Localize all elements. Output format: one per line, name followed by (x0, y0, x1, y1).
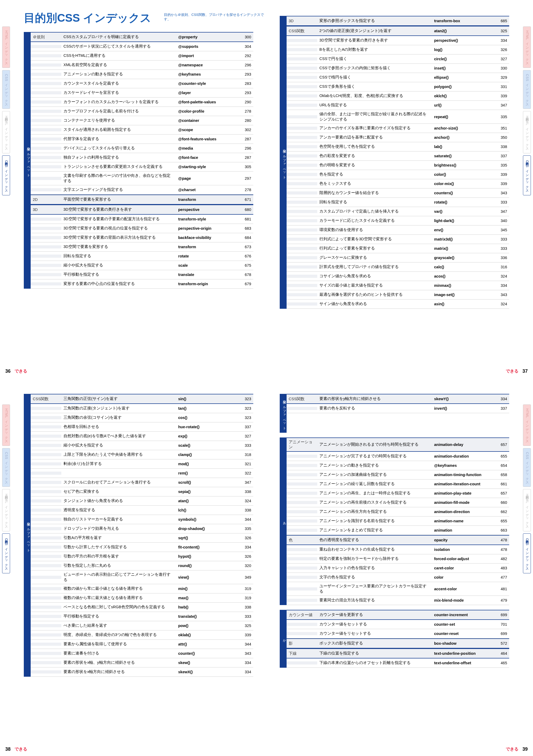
table-row: デバイスによってスタイルを切り替える@media296 (31, 144, 253, 153)
property-cell: counter-increment (432, 611, 491, 619)
table-row: CSSで円を描くcircle()327 (287, 54, 509, 64)
table-row: 色を指定するcolor()339 (287, 170, 509, 179)
table-row: 2D平面空間で要素を変形するtransform671 (31, 195, 253, 204)
table-row: アニメーションを識別する名前を指定するanimation-name655 (287, 517, 509, 526)
tab-mcss[interactable]: 目的別CSSインデックス (523, 155, 531, 195)
page-37: HTMLインデックス CSSインデックス 目的別HTMLインデックス 目的別CS… (266, 0, 533, 378)
property-cell: rotate (176, 253, 235, 260)
property-cell: @namespace (176, 61, 235, 69)
category-cell (31, 462, 61, 466)
description-cell: 3D空間で変形する要素の子要素の配置方法を指定する (61, 215, 176, 223)
tab-mhtml[interactable]: 目的別HTMLインデックス (2, 111, 10, 153)
table-row: ドロップシャドウ効果を与えるdrop-shadow()335 (31, 524, 253, 533)
description-cell: スクロールに合わせてアニメーションを進行する (61, 478, 176, 487)
page-ref-cell: 481 (491, 585, 509, 593)
description-cell: 回転を指定する (61, 252, 176, 260)
category-cell (287, 557, 317, 560)
tab-css[interactable]: CSSインデックス (523, 448, 531, 487)
description-cell: 平行移動を指定する (61, 270, 176, 279)
category-cell (31, 100, 61, 104)
description-cell: 自然対数の底(e)を引数Aでべき乗した値を返す (61, 432, 176, 440)
page-36: HTMLインデックス CSSインデックス 目的別HTMLインデックス 目的別CS… (0, 0, 266, 378)
category-cell (287, 464, 317, 467)
property-cell: invert() (432, 405, 491, 412)
tab-html[interactable]: HTMLインデックス (2, 26, 10, 68)
description-cell: べき乗にした結果を返す (61, 621, 176, 630)
table-row: CSSのサポート状況に応じてスタイルを適用する@supports304 (31, 42, 253, 51)
table-row: カウンタースタイルを定義する@counter-style283 (31, 79, 253, 88)
category-cell (31, 54, 61, 57)
tab-mcss[interactable]: 目的別CSSインデックス (2, 155, 10, 195)
description-cell: CSSで楕円を描く (317, 73, 432, 82)
table-row: スクロールに合わせてアニメーションを進行するscroll()347 (31, 478, 253, 487)
property-cell: animation-timing-function (432, 471, 491, 478)
tab-mhtml[interactable]: 目的別HTMLインデックス (523, 111, 531, 153)
index-table: CSS関数三角関数の正弦(サイン)を返すsin()323三角関数の正接(タンジェ… (31, 394, 253, 677)
category-cell (287, 293, 317, 296)
table-row: OklabをLCH(明度、彩度、色相)形式に変換するoklch()339 (287, 92, 509, 101)
index-table: 記号・アルファベットCSS関数要素の形状をy軸方向に傾斜させるskewY()33… (280, 394, 509, 668)
category-cell (287, 229, 317, 231)
page-ref-cell: 483 (491, 564, 509, 572)
category-cell (31, 527, 61, 530)
property-cell: rotate() (432, 199, 491, 206)
description-cell: 3D空間で変形する要素の奥行きを表す (61, 205, 176, 214)
property-cell: tan() (176, 405, 235, 412)
description-cell: CSSカスタムプロパティを明確に定義する (61, 33, 176, 41)
tab-css[interactable]: CSSインデックス (2, 70, 10, 109)
description-cell: 入力キャレットの色を指定する (317, 564, 432, 572)
page-ref-cell: 344 (235, 516, 253, 523)
description-cell: URLを指定する (317, 101, 432, 109)
category-cell (287, 201, 317, 204)
description-cell: タンジェント値から角度を求める (61, 497, 176, 505)
table-row: 独自のリストマーカーを定義するsymbols()344 (31, 515, 253, 524)
table-row: アニメーションの再生方向を指定するanimation-direction662 (287, 507, 509, 517)
description-cell: 重ね合わせコンテキストの生成を指定する (317, 545, 432, 554)
category-cell: CSS関数 (287, 27, 317, 35)
category-cell (287, 284, 317, 287)
table-row: カラーフォントのカスタムカラーパレットを定義する@font-palette-va… (31, 97, 253, 107)
page-ref-cell: 572 (491, 640, 509, 647)
page-ref-cell: 319 (235, 594, 253, 602)
tab-mhtml[interactable]: 目的別HTMLインデックス (2, 489, 10, 531)
page-ref-cell: 290 (235, 98, 253, 106)
page-ref-cell: 334 (235, 668, 253, 676)
tab-css[interactable]: CSSインデックス (2, 448, 10, 487)
description-cell: 色相環を回転させる (61, 423, 176, 431)
description-cell: セピア色に変換する (61, 487, 176, 496)
description-cell: 要素の色を反転する (317, 404, 432, 413)
table-row: 3D3D空間で変形する要素の奥行きを表すperspective680 (31, 204, 253, 215)
property-cell: transform (176, 196, 235, 203)
property-cell: clamp() (176, 451, 235, 458)
tab-html[interactable]: HTMLインデックス (2, 404, 10, 446)
category-cell (31, 73, 61, 76)
property-cell: round() (176, 562, 235, 569)
category-cell (31, 156, 61, 159)
tab-html[interactable]: HTMLインデックス (523, 404, 531, 446)
tab-html[interactable]: HTMLインデックス (523, 26, 531, 68)
description-cell: 透明度を指定する (61, 506, 176, 514)
table-row: 複数の値から常に最大値となる値を適用するmax()319 (31, 593, 253, 603)
tab-mcss[interactable]: 目的別CSSインデックス (2, 533, 10, 573)
table-row: Bを底としたAの対数を返すlog()326 (287, 45, 509, 54)
property-cell: @color-profile (176, 108, 235, 115)
tab-css[interactable]: CSSインデックス (523, 70, 531, 109)
tab-mhtml[interactable]: 目的別HTMLインデックス (523, 489, 531, 531)
page-ref-cell: 673 (235, 243, 253, 251)
table-row: 縮小や拡大を指定するscale()333 (31, 441, 253, 450)
page-ref-cell: 351 (491, 124, 509, 132)
section-strip: 記号・アルファベット (280, 16, 287, 309)
property-cell: animation-direction (432, 508, 491, 515)
category-cell (31, 444, 61, 447)
page-ref-cell: 326 (235, 553, 253, 560)
property-cell: @layer (176, 89, 235, 96)
category-cell (287, 482, 317, 486)
page-ref-cell: 324 (491, 300, 509, 308)
category-cell (31, 670, 61, 674)
property-cell: @supports (176, 43, 235, 50)
description-cell: 要素に連番を付ける (61, 649, 176, 658)
tab-mcss[interactable]: 目的別CSSインデックス (523, 533, 531, 573)
page-ref-cell: 325 (235, 622, 253, 629)
page-39: HTMLインデックス CSSインデックス 目的別HTMLインデックス 目的別CS… (266, 378, 533, 756)
property-cell: animation-fill-mode (432, 499, 491, 506)
